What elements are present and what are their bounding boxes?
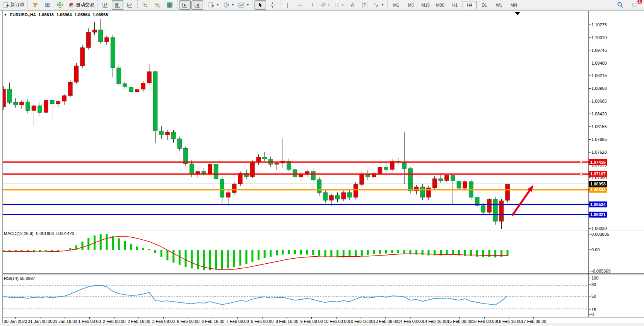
chart-canvas[interactable]: 1.102751.100101.097451.094801.092151.089… <box>0 10 644 323</box>
candlestick-chart-button[interactable] <box>112 0 123 10</box>
svg-text:16 Feb 00:00: 16 Feb 00:00 <box>472 319 497 323</box>
chart-shift-button[interactable] <box>191 0 203 10</box>
chevron-down-icon: ▼ <box>381 3 384 7</box>
terminal-icon <box>44 2 51 8</box>
text-label-button[interactable]: T <box>359 0 371 10</box>
chart-window: 1.102751.100101.097451.094801.092151.089… <box>0 10 644 323</box>
svg-text:1.06030: 1.06030 <box>591 226 607 231</box>
bar-chart-button[interactable] <box>99 0 111 10</box>
line-chart-icon <box>127 2 133 8</box>
periods-dropdown[interactable]: ▼ <box>222 0 236 10</box>
zoom-in-icon <box>142 2 148 8</box>
svg-text:31 Jan 00:00: 31 Jan 00:00 <box>28 319 53 323</box>
macd-signal-value: -0.001420 <box>55 231 74 236</box>
svg-text:1.07620: 1.07620 <box>591 150 607 154</box>
template-icon <box>238 2 244 8</box>
svg-text:100: 100 <box>591 276 598 280</box>
line-handle[interactable] <box>580 161 583 163</box>
new-order-button[interactable]: 新订单 <box>2 0 26 10</box>
svg-text:1 Feb 08:00: 1 Feb 08:00 <box>78 319 101 323</box>
price-badge-1.07167: 1.07167 <box>590 172 606 176</box>
timeframe-button-M15[interactable]: M15 <box>419 1 432 9</box>
candlestick-icon <box>114 2 121 8</box>
timeframe-group: M1M5M15M30H1H4D1W1MN <box>387 0 522 10</box>
timeframe-button-M1[interactable]: M1 <box>389 1 403 9</box>
timeframe-button-H4[interactable]: H4 <box>463 1 477 9</box>
crosshair-button[interactable] <box>267 0 278 10</box>
notifications-button[interactable]: 1 <box>629 0 641 10</box>
price-badge-1.06534: 1.06534 <box>590 202 606 207</box>
horizontal-line-button[interactable]: — <box>294 0 306 10</box>
svg-text:13 Feb 08:00: 13 Feb 08:00 <box>373 319 398 323</box>
tile-windows-icon <box>167 2 173 8</box>
zoom-out-button[interactable] <box>152 0 163 10</box>
horizontal-line-icon: — <box>298 2 302 8</box>
new-chart-dropdown[interactable]: ▼ <box>207 0 221 10</box>
svg-text:1.08155: 1.08155 <box>591 124 607 129</box>
zoom-in-button[interactable] <box>139 0 151 10</box>
new-order-icon <box>3 2 9 8</box>
cursor-button[interactable] <box>255 0 266 10</box>
market-watch-button[interactable] <box>29 0 41 10</box>
ohlc-dropdown-icon[interactable]: ▼ <box>4 13 7 17</box>
timeframe-button-M30[interactable]: M30 <box>433 1 447 9</box>
svg-text:6 Feb 00:00: 6 Feb 00:00 <box>177 319 200 323</box>
svg-text:6 Feb 16:00: 6 Feb 16:00 <box>202 319 224 323</box>
svg-text:1.08420: 1.08420 <box>591 112 607 116</box>
svg-text:80: 80 <box>591 282 596 287</box>
bar-chart-icon <box>102 2 108 8</box>
crosshair-icon <box>270 2 276 8</box>
macd-name: MACD(12,26,9) <box>4 231 33 236</box>
text-button[interactable]: A <box>347 0 358 10</box>
vertical-line-button[interactable]: | <box>282 0 294 10</box>
svg-text:15: 15 <box>591 307 596 312</box>
new-chart-icon <box>208 2 214 8</box>
tile-windows-button[interactable] <box>164 0 176 10</box>
svg-text:0.003805: 0.003805 <box>591 232 609 237</box>
timeframe-button-H1[interactable]: H1 <box>448 1 462 9</box>
equidistant-channel-button[interactable]: E <box>319 0 332 10</box>
auto-scroll-button[interactable] <box>179 0 191 10</box>
svg-text:1.09745: 1.09745 <box>591 48 607 53</box>
price-badge-1.07416: 1.07416 <box>590 160 606 165</box>
timeframe-button-W1[interactable]: W1 <box>492 1 506 9</box>
timeframe-button-MN[interactable]: MN <box>507 1 521 9</box>
chart-title[interactable]: ▼ EURUSD-,H4 1.06618 1.06964 1.06564 1.0… <box>4 12 108 17</box>
svg-text:1.07885: 1.07885 <box>591 137 607 142</box>
chart-shift-icon <box>194 2 200 8</box>
fibonacci-button[interactable]: F <box>333 0 346 10</box>
line-handle[interactable] <box>580 173 583 175</box>
svg-text:1.08685: 1.08685 <box>591 99 607 103</box>
svg-text:31 Jan 16:00: 31 Jan 16:00 <box>53 319 77 323</box>
auto-trading-label: 自动交易 <box>76 2 94 8</box>
terminal-button[interactable] <box>42 0 53 10</box>
notification-badge: 1 <box>637 0 642 4</box>
toolbar: 新订单 自动交易 ▼ ▼ ▼ <box>0 0 644 10</box>
svg-text:10 Feb 16:00: 10 Feb 16:00 <box>348 319 374 323</box>
svg-text:2 Feb 16:00: 2 Feb 16:00 <box>128 319 150 323</box>
close-value: 1.06958 <box>92 12 108 17</box>
window-left-border <box>2 10 3 323</box>
search-button[interactable] <box>614 0 626 10</box>
timeframe-button-D1[interactable]: D1 <box>477 1 491 9</box>
svg-text:17 Feb 08:00: 17 Feb 08:00 <box>521 319 546 323</box>
symbol-period-label: EURUSD-,H4 <box>10 12 36 17</box>
chevron-down-icon: ▼ <box>231 3 234 7</box>
price-badge-1.06958: 1.06958 <box>590 182 606 186</box>
open-value: 1.06618 <box>38 12 54 17</box>
auto-trading-button[interactable]: 自动交易 <box>67 0 96 10</box>
timeframe-button-M5[interactable]: M5 <box>404 1 418 9</box>
svg-text:7 Feb 08:00: 7 Feb 08:00 <box>226 319 249 323</box>
trendline-button[interactable]: / <box>307 0 318 10</box>
svg-text:50: 50 <box>591 294 596 299</box>
svg-text:2 Feb 00:00: 2 Feb 00:00 <box>103 319 126 323</box>
line-chart-button[interactable] <box>124 0 136 10</box>
cursor-icon <box>258 2 263 8</box>
templates-dropdown[interactable]: ▼ <box>237 0 251 10</box>
high-value: 1.06964 <box>56 12 72 17</box>
arrows-dropdown[interactable]: ▼ <box>371 0 386 10</box>
text-icon: A <box>351 2 354 8</box>
signals-button[interactable] <box>54 0 66 10</box>
fibonacci-icon <box>335 2 341 8</box>
svg-text:14 Feb 00:00: 14 Feb 00:00 <box>398 319 423 323</box>
